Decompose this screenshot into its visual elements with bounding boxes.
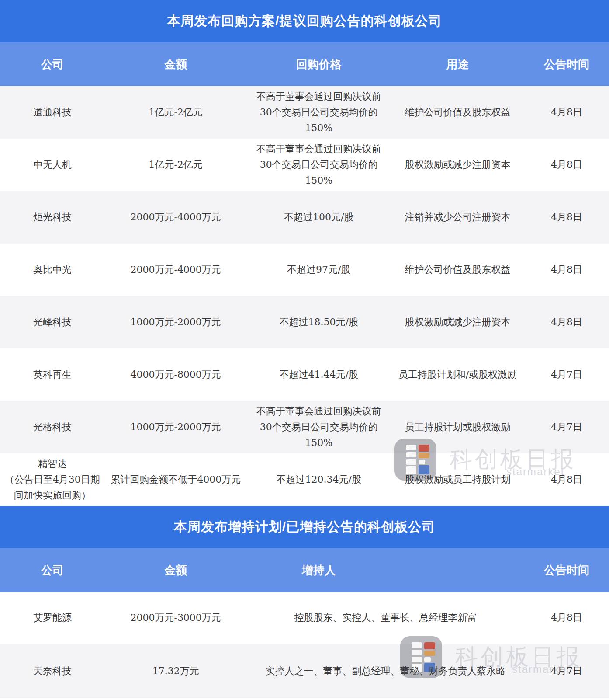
price-cell: 不高于董事会通过回购决议前 30个交易日公司交易均价的 150% [247,401,391,453]
amount-cell: 累计回购金额不低于4000万元 [105,453,247,506]
buyback-table-body: 道通科技 1亿元-2亿元 不高于董事会通过回购决议前 30个交易日公司交易均价的… [0,86,609,506]
buyback-table-title: 本周发布回购方案/提议回购公告的科创板公司 [0,0,609,42]
buyback-table-row: 英科再生 4000万元-8000万元 不超过41.44元/股 员工持股计划和/或… [0,348,609,401]
date-cell: 4月8日 [524,296,609,348]
company-cell: 艾罗能源 [0,592,105,644]
header-price: 回购价格 [247,57,391,72]
company-cell: 光格科技 [0,401,105,453]
amount-cell: 2000万元-4000万元 [105,244,247,296]
date-cell: 4月7日 [524,644,609,698]
purpose-cell: 股权激励或减少注册资本 [391,296,524,348]
date-cell: 4月8日 [524,592,609,644]
header-company: 公司 [0,57,105,72]
purpose-cell: 员工持股计划和/或股权激励 [391,348,524,401]
increase-table-row: 天奈科技 17.32万元 实控人之一、董事、副总经理、董秘、财务负责人蔡永略 4… [0,644,609,698]
buyback-table-row: 道通科技 1亿元-2亿元 不高于董事会通过回购决议前 30个交易日公司交易均价的… [0,86,609,139]
price-cell: 不超过100元/股 [247,191,391,244]
star-market-weekly-report: 本周发布回购方案/提议回购公告的科创板公司 公司 金额 回购价格 用途 公告时间… [0,0,609,700]
amount-cell: 2000万元-3000万元 [105,592,247,644]
company-cell: 天奈科技 [0,644,105,698]
price-cell: 不超过18.50元/股 [247,296,391,348]
amount-cell: 2000万元-4000万元 [105,191,247,244]
holder-cell: 控股股东、实控人、董事长、总经理李新富 [247,592,525,644]
buyback-table-header-row: 公司 金额 回购价格 用途 公告时间 [0,42,609,86]
price-cell: 不高于董事会通过回购决议前 30个交易日公司交易均价的 150% [247,139,391,191]
date-cell: 4月8日 [524,244,609,296]
date-cell: 4月8日 [524,139,609,191]
amount-cell: 1亿元-2亿元 [105,139,247,191]
increase-table-header-row: 公司 金额 增持人 公告时间 [0,548,609,592]
company-cell: 道通科技 [0,86,105,139]
purpose-cell: 股权激励或减少注册资本 [391,139,524,191]
buyback-table-row: 炬光科技 2000万元-4000万元 不超过100元/股 注销并减少公司注册资本… [0,191,609,244]
buyback-table-row: 光峰科技 1000万元-2000万元 不超过18.50元/股 股权激励或减少注册… [0,296,609,348]
price-cell: 不超过120.34元/股 [247,453,391,506]
company-cell: 炬光科技 [0,191,105,244]
price-cell: 不超过97元/股 [247,244,391,296]
company-cell: 奥比中光 [0,244,105,296]
price-cell: 不高于董事会通过回购决议前 30个交易日公司交易均价的 150% [247,86,391,139]
purpose-cell: 维护公司价值及股东权益 [391,244,524,296]
company-cell: 中无人机 [0,139,105,191]
date-cell: 4月7日 [524,401,609,453]
header-date: 公告时间 [524,57,609,72]
price-cell: 不超过41.44元/股 [247,348,391,401]
holder-cell: 实控人之一、董事、副总经理、董秘、财务负责人蔡永略 [247,644,525,698]
date-cell: 4月8日 [524,191,609,244]
header-amount: 金额 [105,563,247,578]
date-cell: 4月8日 [524,453,609,506]
amount-cell: 17.32万元 [105,644,247,698]
company-cell: 精智达 （公告日至4月30日期 间加快实施回购） [0,453,105,506]
header-amount: 金额 [105,57,247,72]
amount-cell: 1亿元-2亿元 [105,86,247,139]
purpose-cell: 维护公司价值及股东权益 [391,86,524,139]
buyback-table-row: 中无人机 1亿元-2亿元 不高于董事会通过回购决议前 30个交易日公司交易均价的… [0,139,609,191]
header-holder: 增持人 [247,563,391,578]
purpose-cell: 股权激励或员工持股计划 [391,453,524,506]
company-cell: 光峰科技 [0,296,105,348]
buyback-table-row: 奥比中光 2000万元-4000万元 不超过97元/股 维护公司价值及股东权益 … [0,244,609,296]
buyback-table-row: 精智达 （公告日至4月30日期 间加快实施回购） 累计回购金额不低于4000万元… [0,453,609,506]
date-cell: 4月8日 [524,86,609,139]
amount-cell: 1000万元-2000万元 [105,296,247,348]
header-date: 公告时间 [524,563,609,578]
date-cell: 4月7日 [524,348,609,401]
amount-cell: 1000万元-2000万元 [105,401,247,453]
increase-table: 本周发布增持计划/已增持公告的科创板公司 公司 金额 增持人 公告时间 艾罗能源… [0,506,609,698]
header-company: 公司 [0,563,105,578]
header-purpose: 用途 [391,57,524,72]
amount-cell: 4000万元-8000万元 [105,348,247,401]
buyback-table: 本周发布回购方案/提议回购公告的科创板公司 公司 金额 回购价格 用途 公告时间… [0,0,609,506]
buyback-table-row: 光格科技 1000万元-2000万元 不高于董事会通过回购决议前 30个交易日公… [0,401,609,453]
purpose-cell: 员工持股计划或股权激励 [391,401,524,453]
company-cell: 英科再生 [0,348,105,401]
increase-table-body: 艾罗能源 2000万元-3000万元 控股股东、实控人、董事长、总经理李新富 4… [0,592,609,698]
purpose-cell: 注销并减少公司注册资本 [391,191,524,244]
increase-table-title: 本周发布增持计划/已增持公告的科创板公司 [0,506,609,548]
increase-table-row: 艾罗能源 2000万元-3000万元 控股股东、实控人、董事长、总经理李新富 4… [0,592,609,644]
